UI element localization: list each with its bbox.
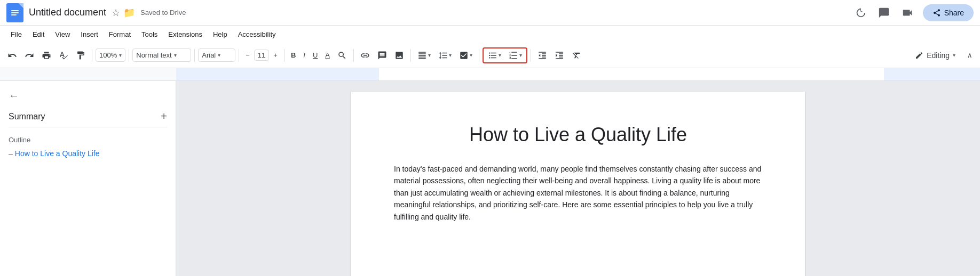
divider-8: [479, 49, 479, 62]
divider-5: [284, 49, 284, 62]
align-button[interactable]: ▾: [414, 48, 434, 62]
main-layout: ← Summary + Outline – How to Live a Qual…: [0, 81, 980, 276]
zoom-chevron: ▾: [119, 52, 122, 58]
sidebar-back-button[interactable]: ←: [9, 90, 19, 102]
font-chevron: ▾: [218, 52, 220, 58]
font-size-value: 11: [258, 51, 265, 59]
menu-tools[interactable]: Tools: [137, 28, 162, 40]
menu-view[interactable]: View: [51, 28, 74, 40]
link-button[interactable]: [357, 48, 373, 62]
title-bar: Untitled document ☆ 📁 Saved to Drive Sha…: [0, 0, 980, 26]
line-spacing-button[interactable]: ▾: [435, 48, 455, 62]
numbered-list-button[interactable]: ▾: [505, 48, 525, 62]
insert-image-button[interactable]: [391, 48, 407, 62]
title-icons: ☆ 📁: [112, 7, 135, 19]
document-body[interactable]: In today's fast-paced and demanding worl…: [394, 163, 762, 223]
font-selector[interactable]: Arial ▾: [198, 48, 235, 62]
text-style-selector[interactable]: Normal text ▾: [132, 48, 191, 62]
bullet-list-button[interactable]: ▾: [485, 48, 504, 62]
document-title[interactable]: How to Live a Quality Life: [394, 124, 762, 146]
editing-chevron: ▾: [953, 52, 955, 58]
share-button[interactable]: Share: [923, 4, 974, 21]
checklist-button[interactable]: ▾: [456, 48, 476, 62]
decrease-indent-button[interactable]: [534, 48, 550, 62]
comments-icon[interactable]: [876, 5, 892, 21]
menu-help[interactable]: Help: [209, 28, 232, 40]
text-color-button[interactable]: A: [322, 49, 333, 61]
toolbar: 100% ▾ Normal text ▾ Arial ▾ − 11 + B I …: [0, 43, 980, 68]
menu-insert[interactable]: Insert: [76, 28, 102, 40]
meet-icon[interactable]: [899, 5, 915, 21]
increase-indent-button[interactable]: [551, 48, 567, 62]
print-button[interactable]: [38, 48, 54, 62]
saved-status: Saved to Drive: [140, 9, 186, 17]
title-bar-left: Untitled document ☆ 📁 Saved to Drive: [6, 3, 186, 22]
ruler: [0, 68, 980, 81]
menu-format[interactable]: Format: [105, 28, 135, 40]
menu-bar: File Edit View Insert Format Tools Exten…: [0, 26, 980, 43]
docs-logo: [6, 3, 23, 22]
editing-label: Editing: [927, 51, 950, 60]
star-icon[interactable]: ☆: [112, 7, 120, 19]
menu-extensions[interactable]: Extensions: [164, 28, 207, 40]
spellcheck-button[interactable]: [56, 48, 72, 62]
menu-file[interactable]: File: [6, 28, 26, 40]
text-style-chevron: ▾: [174, 52, 177, 58]
sidebar-summary-row: Summary +: [9, 110, 167, 123]
menu-accessibility[interactable]: Accessibility: [234, 28, 280, 40]
divider-1: [92, 49, 92, 62]
ruler-inner: [176, 68, 980, 80]
outline-item-1[interactable]: – How to Live a Quality Life: [9, 148, 167, 159]
sidebar-summary-label: Summary: [9, 112, 45, 121]
sidebar: ← Summary + Outline – How to Live a Qual…: [0, 81, 176, 276]
share-label: Share: [944, 9, 964, 17]
outline-item-text: How to Live a Quality Life: [15, 149, 100, 158]
italic-button[interactable]: I: [300, 49, 309, 61]
title-bar-right: Share: [852, 4, 974, 21]
sidebar-outline-label: Outline: [9, 136, 167, 144]
highlight-button[interactable]: [334, 48, 350, 62]
ruler-white: [379, 68, 884, 80]
divider-6: [353, 49, 354, 62]
font-size-box[interactable]: 11: [254, 50, 269, 61]
svg-rect-2: [11, 14, 17, 15]
last-edit-icon[interactable]: [852, 5, 868, 21]
font-value: Arial: [202, 51, 216, 59]
document-title[interactable]: Untitled document: [29, 7, 106, 18]
divider-2: [129, 49, 129, 62]
svg-rect-1: [11, 12, 19, 13]
sidebar-add-button[interactable]: +: [161, 110, 167, 123]
divider-9: [531, 49, 531, 62]
sidebar-divider: [9, 127, 167, 127]
decrease-font-button[interactable]: −: [242, 49, 253, 61]
increase-font-button[interactable]: +: [270, 49, 281, 61]
zoom-selector[interactable]: 100% ▾: [96, 48, 125, 62]
list-options-group: ▾ ▾: [483, 47, 527, 63]
undo-button[interactable]: [4, 48, 20, 62]
document-area[interactable]: How to Live a Quality Life In today's fa…: [176, 81, 980, 276]
divider-4: [239, 49, 239, 62]
document-page[interactable]: How to Live a Quality Life In today's fa…: [351, 92, 805, 276]
folder-icon[interactable]: 📁: [123, 7, 135, 19]
redo-button[interactable]: [21, 48, 37, 62]
collapse-toolbar-button[interactable]: ∧: [964, 49, 976, 61]
clear-format-button[interactable]: [568, 48, 584, 62]
add-comment-button[interactable]: [374, 48, 390, 62]
divider-3: [194, 49, 195, 62]
editing-mode-button[interactable]: Editing ▾: [910, 49, 961, 62]
svg-rect-0: [11, 10, 19, 11]
outline-dash: –: [9, 149, 13, 158]
paint-format-button[interactable]: [73, 48, 89, 62]
zoom-value: 100%: [99, 51, 117, 59]
text-style-value: Normal text: [136, 51, 171, 59]
menu-edit[interactable]: Edit: [28, 28, 49, 40]
divider-7: [410, 49, 411, 62]
bold-button[interactable]: B: [288, 49, 299, 61]
underline-button[interactable]: U: [310, 49, 321, 61]
